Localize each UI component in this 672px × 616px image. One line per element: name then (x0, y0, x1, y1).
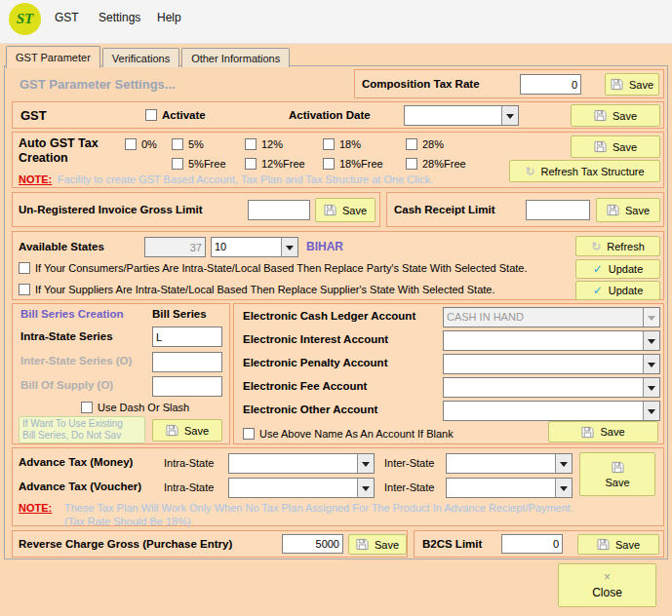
cash-receipt-limit-input[interactable] (526, 200, 590, 220)
advance-tax-section: Advance Tax (Money) Intra-State Inter-St… (12, 447, 664, 526)
menu-gst[interactable]: GST (51, 9, 83, 26)
chevron-down-icon[interactable] (555, 479, 572, 497)
electronic-interest-combo[interactable] (443, 330, 660, 351)
electronic-fee-combo[interactable] (443, 377, 660, 398)
gst-save-button[interactable]: Save (571, 104, 660, 127)
gst-activation-section: GST Activate Activation Date Save (12, 101, 664, 129)
save-icon (356, 538, 369, 551)
save-button-label: Save (613, 141, 637, 153)
chevron-down-icon[interactable] (501, 106, 518, 125)
rate-label: 28% (422, 138, 444, 150)
save-button-label: Save (375, 539, 399, 551)
activation-date-value (405, 106, 501, 125)
bill-series-column-header: Bill Series (152, 308, 207, 320)
b2cs-limit-input[interactable] (501, 534, 563, 554)
unregistered-limit-save-button[interactable]: Save (315, 198, 376, 222)
checkbox-icon (19, 262, 30, 274)
b2cs-limit-label: B2CS Limit (422, 538, 482, 550)
unregistered-limit-section: Un-Registered Invoice Gross Limit Save (12, 192, 380, 227)
save-icon (612, 461, 624, 474)
chevron-down-icon[interactable] (281, 238, 297, 256)
chevron-down-icon[interactable] (643, 331, 659, 350)
bill-series-save-button[interactable]: Save (152, 419, 222, 442)
checkbox-icon (323, 138, 335, 150)
rate-0-checkbox[interactable]: 0% (125, 138, 157, 150)
intra-state-series-input[interactable] (152, 327, 222, 347)
tab-gst-parameter[interactable]: GST Parameter (6, 46, 100, 68)
menu-bar: ST GST Settings Help (0, 0, 672, 44)
tab-verifications[interactable]: Verifications (102, 48, 179, 67)
inter-state-series-input[interactable] (152, 352, 222, 372)
bill-of-supply-input[interactable] (152, 376, 222, 397)
rate-28-checkbox[interactable]: 28% (406, 138, 444, 150)
refresh-icon: ↻ (525, 166, 534, 177)
tab-strip: GST ParameterVerificationsOther Informat… (6, 45, 292, 66)
rate-12free-checkbox[interactable]: 12%Free (245, 158, 305, 170)
rate-5-checkbox[interactable]: 5% (172, 138, 204, 150)
electronic-penalty-label: Electronic Penalty Account (243, 357, 387, 368)
voucher-inter-value (447, 479, 555, 497)
use-dash-slash-checkbox[interactable]: Use Dash Or Slash (81, 402, 189, 413)
cash-receipt-save-button[interactable]: Save (596, 198, 660, 222)
use-above-name-checkbox[interactable]: Use Above Name As An Account If Blank (243, 428, 454, 440)
save-button-label: Save (600, 426, 624, 438)
activation-date-combo[interactable] (404, 105, 519, 126)
electronic-other-combo[interactable] (443, 401, 660, 421)
save-button-label: Save (625, 205, 650, 216)
chevron-down-icon[interactable] (357, 454, 374, 473)
b2cs-save-button[interactable]: Save (577, 534, 659, 555)
reverse-charge-input[interactable] (282, 534, 343, 554)
activation-date-label: Activation Date (289, 109, 371, 121)
close-button[interactable]: × Close (558, 563, 656, 607)
rate-label: 28%Free (422, 158, 466, 170)
consumers-intrastate-checkbox[interactable]: If Your Consumers/Parties Are Intra-Stat… (19, 262, 528, 274)
reverse-charge-save-button[interactable]: Save (348, 534, 407, 555)
save-icon (324, 204, 336, 216)
electronic-penalty-value (444, 355, 643, 373)
electronic-cash-ledger-label: Electronic Cash Ledger Account (243, 310, 415, 322)
chevron-down-icon[interactable] (643, 355, 659, 373)
auto-gst-line2: Creation (19, 151, 68, 165)
rate-18-checkbox[interactable]: 18% (323, 138, 361, 150)
chevron-down-icon[interactable] (643, 402, 659, 420)
consumers-update-button[interactable]: ✓ Update (575, 259, 660, 279)
rate-28free-checkbox[interactable]: 28%Free (406, 158, 466, 170)
gst-parameter-window: ST GST Settings Help GST ParameterVerifi… (0, 0, 672, 616)
refresh-icon: ↻ (591, 241, 601, 252)
refresh-tax-structure-label: Refresh Tax Structure (540, 166, 644, 177)
rate-12-checkbox[interactable]: 12% (245, 138, 283, 150)
update-button-label: Update (609, 285, 643, 296)
money-inter-combo[interactable] (446, 453, 573, 474)
state-code-combo[interactable]: 10 (211, 237, 298, 257)
composition-tax-input[interactable] (520, 74, 581, 95)
suppliers-update-button[interactable]: ✓ Update (575, 281, 660, 300)
menu-settings[interactable]: Settings (95, 9, 144, 26)
chevron-down-icon[interactable] (357, 479, 374, 497)
unregistered-limit-input[interactable] (248, 200, 310, 220)
checkbox-icon (245, 158, 257, 170)
advance-tax-save-button[interactable]: Save (579, 452, 655, 496)
note-label: NOTE: (19, 173, 52, 185)
voucher-inter-combo[interactable] (446, 478, 573, 498)
electronic-save-button[interactable]: Save (548, 421, 658, 443)
activate-checkbox[interactable]: Activate (145, 109, 206, 121)
menu-help[interactable]: Help (153, 9, 185, 26)
auto-tax-save-button[interactable]: Save (571, 135, 660, 158)
chevron-down-icon[interactable] (643, 378, 659, 397)
money-intra-combo[interactable] (228, 453, 375, 474)
refresh-tax-structure-button[interactable]: ↻ Refresh Tax Structure (509, 160, 660, 182)
available-states-label: Available States (19, 241, 104, 252)
rate-5free-checkbox[interactable]: 5%Free (172, 158, 226, 170)
rate-18free-checkbox[interactable]: 18%Free (323, 158, 383, 170)
electronic-penalty-combo[interactable] (443, 354, 660, 374)
checkbox-icon (125, 138, 137, 150)
chevron-down-icon[interactable] (555, 454, 572, 473)
composition-save-button[interactable]: Save (605, 73, 659, 96)
voucher-intra-combo[interactable] (228, 478, 375, 498)
hint-line1: If Want To Use Existing (22, 418, 123, 429)
auto-tax-note: Facility to create GST Based Account, Ta… (58, 173, 433, 185)
states-refresh-button[interactable]: ↻ Refresh (575, 236, 660, 256)
tab-other-informations[interactable]: Other Informations (181, 48, 290, 67)
hint-line2: Bill Series, Do Not Sav (22, 430, 121, 441)
suppliers-intrastate-checkbox[interactable]: If Your Suppliers Are Intra-State/Local … (19, 284, 495, 295)
